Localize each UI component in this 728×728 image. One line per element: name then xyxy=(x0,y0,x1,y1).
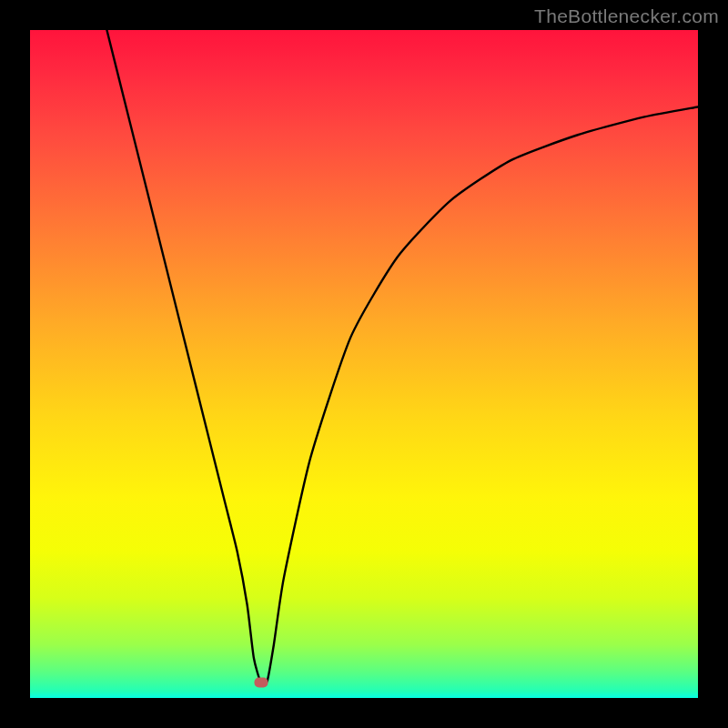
chart-frame: TheBottlenecker.com xyxy=(0,0,728,728)
bottleneck-curve xyxy=(30,30,698,698)
plot-area xyxy=(30,30,698,698)
attribution-label: TheBottlenecker.com xyxy=(534,5,719,27)
optimum-marker xyxy=(254,678,268,688)
